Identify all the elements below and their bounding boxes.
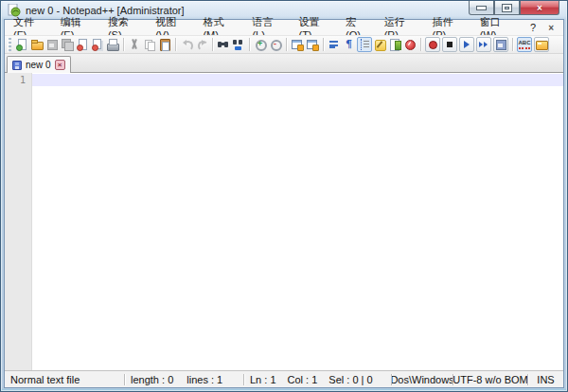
save-all-button[interactable] [60,37,75,52]
function-list-button[interactable] [402,37,417,52]
macro-play-button[interactable] [459,37,474,52]
toolbar-separator [175,38,176,51]
macro-stop-button[interactable] [442,37,457,52]
open-file-icon [30,38,44,51]
sync-horizontal-scroll-button[interactable] [305,37,320,52]
status-insert-mode: INS [537,374,554,385]
toolbar-items [14,37,550,52]
find-button[interactable] [216,37,231,52]
client-area: 文件(F)编辑(E)搜索(S)视图(V)格式(M)语言(L)设置(T)宏(O)运… [4,19,564,388]
zoom-out-icon [269,38,282,51]
line-number: 1 [5,74,26,86]
show-all-chars-button[interactable] [342,37,357,52]
tabs: new 0× [7,56,71,72]
tab-bar: new 0× [5,54,563,73]
toolbar-separator [420,38,421,51]
copy-button[interactable] [142,37,157,52]
cut-icon [128,38,141,51]
toolbar-separator [323,38,324,51]
menu-bar: 文件(F)编辑(E)搜索(S)视图(V)格式(M)语言(L)设置(T)宏(O)运… [5,20,563,35]
close-icon: × [537,3,542,13]
print-button[interactable] [105,37,120,52]
save-file-button[interactable] [44,37,60,52]
user-define-dialog-icon [373,38,386,51]
macro-run-multiple-button[interactable] [476,37,491,52]
toolbar [5,35,563,54]
open-file-button[interactable] [29,37,44,52]
toolbar-separator [123,38,124,51]
line-number-margin: 1 [5,73,32,370]
document-close-icon[interactable]: × [542,23,559,33]
zoom-in-button[interactable] [253,37,268,52]
saved-doc-icon [12,61,22,70]
copy-icon [143,38,156,51]
sync-vertical-scroll-button[interactable] [290,37,305,52]
minimize-icon [477,7,486,9]
status-length: length : 0 [131,374,173,385]
tab-label: new 0 [26,60,51,70]
doc-monitor-button[interactable] [534,37,549,52]
toolbar-separator [212,38,213,51]
close-all-button[interactable] [90,37,105,52]
macro-record-button[interactable] [425,37,440,52]
zoom-in-icon [254,38,267,51]
macro-run-multiple-icon [477,38,490,51]
toolbar-separator [512,38,513,51]
status-lines: lines : 1 [186,374,222,385]
close-file-button[interactable] [75,37,90,52]
redo-button[interactable] [194,37,209,52]
paste-button[interactable] [157,37,172,52]
spell-check-icon [518,38,531,51]
doc-map-icon [388,38,401,51]
doc-map-button[interactable] [387,37,402,52]
new-file-button[interactable] [14,37,29,52]
macro-save-icon [494,38,507,51]
status-eol-format: Dos\Windows [392,374,453,385]
tab-new-0[interactable]: new 0× [7,56,71,73]
toolbar-grip[interactable] [8,38,11,52]
macro-record-icon [426,38,439,51]
word-wrap-icon [328,38,341,51]
replace-icon [232,38,245,51]
macro-save-button[interactable] [493,37,508,52]
maximize-icon [503,5,511,11]
print-icon [106,38,119,51]
find-icon [217,38,230,51]
status-selection: Sel : 0 | 0 [328,374,372,385]
word-wrap-button[interactable] [327,37,342,52]
editor: 1 [5,73,563,370]
toolbar-separator [249,38,250,51]
notepadpp-window: new 0 - Notepad++ [Administrator] × 文件(F… [0,0,568,392]
macro-stop-icon [443,38,456,51]
status-bar: Normal text file length : 0 lines : 1 Ln… [5,370,563,387]
zoom-out-button[interactable] [268,37,283,52]
sync-horizontal-scroll-icon [306,38,319,51]
show-all-chars-icon [343,38,356,51]
sync-vertical-scroll-icon [291,38,304,51]
editor-text-area[interactable] [32,73,563,370]
current-line-highlight [32,74,563,86]
status-encoding: UTF-8 w/o BOM [453,374,527,385]
status-doc-type: Normal text file [10,374,80,385]
status-line-number: Ln : 1 [250,374,276,385]
redo-icon [195,38,208,51]
indent-guide-icon [358,38,371,51]
save-file-icon [45,38,59,51]
function-list-icon [403,38,417,51]
doc-monitor-icon [535,38,548,51]
undo-button[interactable] [179,37,194,52]
status-column-number: Col : 1 [288,374,318,385]
user-define-dialog-button[interactable] [372,37,387,52]
cut-button[interactable] [127,37,142,52]
macro-play-icon [460,38,473,51]
save-all-icon [61,38,74,51]
undo-icon [180,38,193,51]
toolbar-separator [286,38,287,51]
indent-guide-button[interactable] [357,37,372,52]
menu-item-help[interactable]: ? [524,21,542,34]
replace-button[interactable] [231,37,246,52]
close-all-icon [91,38,104,51]
spell-check-button[interactable] [517,37,532,52]
paste-icon [158,38,171,51]
tab-close-icon[interactable]: × [55,60,65,70]
